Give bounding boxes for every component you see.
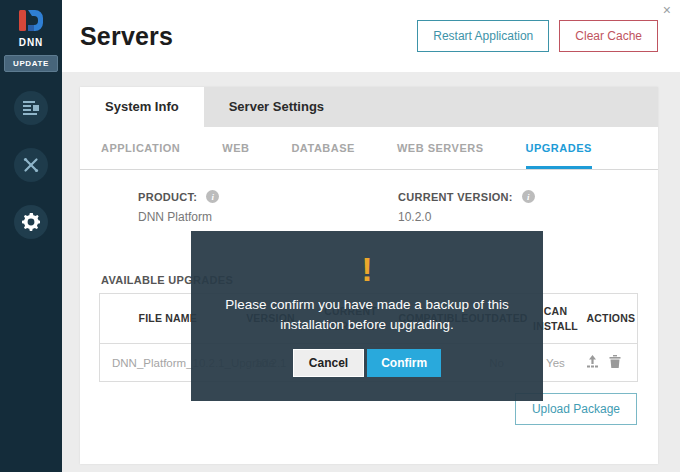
confirm-button[interactable]: Confirm [367, 349, 441, 377]
backup-confirm-dialog: ! Please confirm you have made a backup … [191, 231, 543, 401]
tab-bar: System Info Server Settings [80, 87, 658, 127]
subtab-web-servers[interactable]: WEB SERVERS [397, 127, 484, 169]
col-actions: ACTIONS [584, 294, 638, 344]
system-info-section: PRODUCT: i DNN Platform CURRENT VERSION:… [80, 170, 658, 224]
sidebar-item-tools[interactable] [14, 148, 48, 182]
cell-actions [584, 344, 638, 382]
current-version-label: CURRENT VERSION: [398, 191, 513, 203]
sidebar-item-settings[interactable] [14, 205, 48, 239]
subtab-upgrades[interactable]: UPGRADES [526, 127, 592, 169]
subtab-application[interactable]: APPLICATION [101, 127, 180, 169]
install-icon[interactable] [586, 355, 599, 368]
product-label: PRODUCT: [138, 191, 197, 203]
dnn-logo[interactable]: DNN [18, 9, 44, 48]
sidebar-item-content[interactable] [14, 91, 48, 125]
delete-icon[interactable] [609, 355, 621, 368]
info-icon[interactable]: i [522, 190, 535, 203]
content-icon [23, 101, 39, 115]
update-badge[interactable]: UPDATE [4, 55, 58, 72]
close-icon[interactable]: × [663, 3, 671, 17]
subtab-database[interactable]: DATABASE [291, 127, 354, 169]
clear-cache-button[interactable]: Clear Cache [559, 20, 658, 52]
page-title: Servers [80, 22, 173, 51]
tab-system-info[interactable]: System Info [80, 87, 204, 127]
page-header: Servers Restart Application Clear Cache … [62, 0, 680, 72]
info-icon[interactable]: i [206, 190, 219, 203]
tools-icon [23, 157, 39, 173]
warning-exclamation-icon: ! [191, 253, 543, 286]
tab-server-settings[interactable]: Server Settings [204, 87, 349, 127]
cancel-button[interactable]: Cancel [293, 349, 364, 377]
persona-bar: DNN UPDATE [0, 0, 62, 472]
confirm-message: Please confirm you have made a backup of… [211, 295, 523, 336]
dnn-logo-icon [18, 9, 44, 35]
current-version-value: 10.2.0 [398, 210, 658, 224]
subtab-bar: APPLICATION WEB DATABASE WEB SERVERS UPG… [80, 127, 658, 170]
gear-icon [22, 213, 40, 231]
restart-application-button[interactable]: Restart Application [417, 20, 549, 52]
dnn-logo-text: DNN [18, 37, 44, 48]
product-value: DNN Platform [138, 210, 398, 224]
subtab-web[interactable]: WEB [222, 127, 249, 169]
